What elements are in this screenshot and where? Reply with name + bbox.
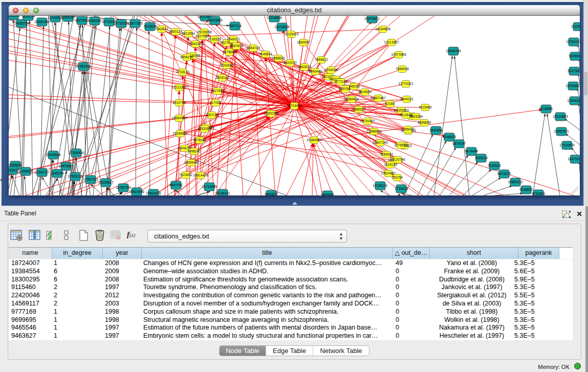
svg-text:9245652: 9245652 xyxy=(519,188,533,191)
svg-text:3267130: 3267130 xyxy=(205,113,219,117)
svg-text:9777169: 9777169 xyxy=(334,80,347,83)
svg-text:19975887: 19975887 xyxy=(58,164,74,168)
svg-text:1864097: 1864097 xyxy=(297,40,310,44)
svg-text:14099483: 14099483 xyxy=(184,161,199,164)
svg-text:252254: 252254 xyxy=(391,176,403,179)
svg-text:9329966: 9329966 xyxy=(569,54,580,58)
svg-text:1851234: 1851234 xyxy=(21,16,35,18)
svg-text:1362615: 1362615 xyxy=(298,65,311,69)
svg-text:9474444: 9474444 xyxy=(465,149,478,153)
svg-text:12774321: 12774321 xyxy=(398,82,413,85)
svg-text:12213369: 12213369 xyxy=(171,85,187,89)
svg-text:15751074: 15751074 xyxy=(566,40,580,43)
svg-text:16210643: 16210643 xyxy=(553,115,568,118)
svg-text:1588520: 1588520 xyxy=(272,56,285,60)
svg-text:8454749: 8454749 xyxy=(247,46,260,50)
svg-text:1010755: 1010755 xyxy=(172,101,186,104)
svg-text:6322037: 6322037 xyxy=(284,61,297,64)
svg-text:7357214: 7357214 xyxy=(228,24,242,28)
svg-text:3660124: 3660124 xyxy=(169,30,182,33)
svg-text:10973493: 10973493 xyxy=(391,53,406,56)
svg-text:9732653: 9732653 xyxy=(532,192,545,195)
svg-text:2935114: 2935114 xyxy=(474,156,488,160)
svg-text:7955812: 7955812 xyxy=(315,58,328,61)
svg-text:17957225: 17957225 xyxy=(83,178,98,181)
svg-text:19384554: 19384554 xyxy=(307,138,322,142)
svg-text:8938923: 8938923 xyxy=(443,135,456,139)
svg-text:62160: 62160 xyxy=(385,102,395,105)
svg-text:9657791: 9657791 xyxy=(169,183,183,187)
svg-text:9084067: 9084067 xyxy=(380,152,393,156)
svg-text:20206536: 20206536 xyxy=(46,153,61,157)
svg-text:16671355: 16671355 xyxy=(127,21,143,25)
svg-text:12093822: 12093822 xyxy=(565,84,580,87)
svg-text:1075692: 1075692 xyxy=(394,143,407,147)
svg-text:2803144: 2803144 xyxy=(215,76,229,79)
svg-text:6990448: 6990448 xyxy=(309,70,322,73)
svg-text:1615132: 1615132 xyxy=(384,163,397,166)
svg-text:1546021: 1546021 xyxy=(227,37,240,41)
svg-text:14136141: 14136141 xyxy=(215,191,230,195)
svg-text:6879197: 6879197 xyxy=(452,142,466,145)
svg-text:3215955: 3215955 xyxy=(539,107,553,111)
svg-text:11156829: 11156829 xyxy=(18,169,33,173)
svg-text:15720407: 15720407 xyxy=(360,119,375,123)
svg-text:7632621: 7632621 xyxy=(488,164,501,167)
svg-text:9465546: 9465546 xyxy=(321,193,334,195)
svg-text:10025453: 10025453 xyxy=(394,108,409,112)
svg-text:13218506: 13218506 xyxy=(274,25,290,29)
svg-text:10195817: 10195817 xyxy=(98,181,114,184)
svg-text:9146821: 9146821 xyxy=(259,52,272,56)
svg-text:14136141: 14136141 xyxy=(373,184,388,187)
svg-text:7485006: 7485006 xyxy=(396,67,409,71)
svg-text:3915412: 3915412 xyxy=(9,168,19,172)
svg-text:7612644: 7612644 xyxy=(399,113,412,117)
svg-text:11675335: 11675335 xyxy=(568,157,580,161)
svg-text:18724007: 18724007 xyxy=(287,104,302,107)
svg-text:2367608: 2367608 xyxy=(230,44,243,48)
svg-text:1145194: 1145194 xyxy=(51,171,64,175)
svg-text:5912954: 5912954 xyxy=(182,32,195,35)
svg-text:12505135: 12505135 xyxy=(68,174,83,178)
svg-text:12213967: 12213967 xyxy=(384,40,399,44)
svg-text:18923416: 18923416 xyxy=(146,191,161,195)
svg-text:16033809: 16033809 xyxy=(207,18,223,22)
svg-text:7663822: 7663822 xyxy=(155,27,168,31)
svg-text:417006: 417006 xyxy=(210,101,221,104)
svg-text:5878342: 5878342 xyxy=(193,138,206,142)
svg-text:5875685: 5875685 xyxy=(223,50,236,54)
svg-text:19654983: 19654983 xyxy=(171,116,187,120)
svg-text:17016504: 17016504 xyxy=(559,143,575,147)
svg-text:14914479: 14914479 xyxy=(193,173,208,177)
svg-text:12444151: 12444151 xyxy=(567,99,580,102)
svg-text:9227343: 9227343 xyxy=(568,69,580,73)
svg-text:10654112: 10654112 xyxy=(508,180,523,184)
svg-text:14055724: 14055724 xyxy=(14,21,29,25)
svg-text:9844321: 9844321 xyxy=(400,97,413,101)
svg-text:9463627: 9463627 xyxy=(265,192,278,195)
svg-text:11124321: 11124321 xyxy=(571,25,580,28)
svg-text:18607249: 18607249 xyxy=(373,141,388,144)
svg-text:746266: 746266 xyxy=(349,84,360,88)
svg-text:9115460: 9115460 xyxy=(419,105,432,109)
svg-text:12342737: 12342737 xyxy=(34,170,50,174)
svg-text:9896150: 9896150 xyxy=(180,55,193,59)
svg-text:9327500: 9327500 xyxy=(195,34,209,38)
svg-text:1733426: 1733426 xyxy=(395,187,408,190)
svg-text:8427552: 8427552 xyxy=(211,89,224,93)
svg-text:9699695: 9699695 xyxy=(418,121,431,124)
svg-text:16782759: 16782759 xyxy=(116,186,131,189)
svg-text:6466160: 6466160 xyxy=(88,19,101,23)
svg-text:10655267: 10655267 xyxy=(60,16,76,19)
svg-text:7623402: 7623402 xyxy=(179,173,192,177)
svg-text:9342841: 9342841 xyxy=(9,16,20,17)
svg-text:16154808: 16154808 xyxy=(375,27,390,31)
svg-text:19166852: 19166852 xyxy=(172,132,188,135)
svg-text:16923446: 16923446 xyxy=(129,190,144,193)
svg-text:10807487: 10807487 xyxy=(371,96,386,100)
svg-text:10543362: 10543362 xyxy=(188,42,203,46)
svg-text:20691406: 20691406 xyxy=(34,20,50,24)
svg-text:17359934: 17359934 xyxy=(69,151,84,155)
svg-text:21053346: 21053346 xyxy=(76,64,91,68)
svg-text:8136328: 8136328 xyxy=(208,37,221,41)
